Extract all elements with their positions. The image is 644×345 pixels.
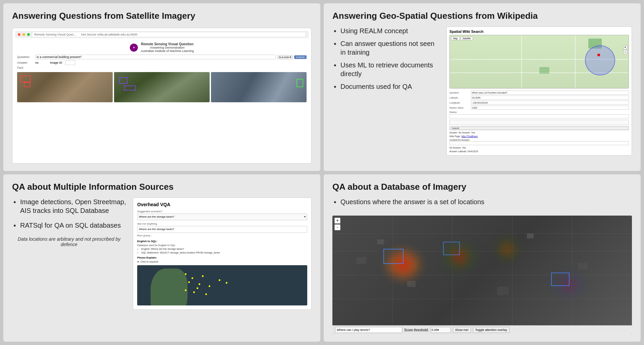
- grid-v2: [452, 216, 452, 334]
- tr-bullet-2: Can answer questions not seen in trainin…: [332, 39, 440, 57]
- bl-bullet-1: Image detections, Open Streetmap, AIS tr…: [12, 197, 126, 215]
- br-map-container: + - Where can I play tennis? Score thres…: [332, 216, 632, 334]
- ovqa-sql-bullets: English: Where are the storage tanks? SQ…: [141, 247, 307, 254]
- tr-bullet-1: Using REALM concept: [332, 26, 440, 35]
- is-a-com-select[interactable]: Is a com ▾: [277, 55, 293, 59]
- br-map-bg: + - Where can I play tennis? Score thres…: [332, 216, 632, 334]
- br-toolbar: Where can I play tennis? Score threshold…: [332, 325, 632, 334]
- sat-image-3: [211, 72, 307, 102]
- browser-bar: Remote Sensing Visual Ques... Not Secure…: [15, 31, 309, 38]
- br-title: QA about a Database of Imagery: [332, 182, 632, 192]
- br-content: QA about a Database of Imagery Questions…: [332, 182, 632, 335]
- bl-title: QA about Multiple Information Sources: [12, 182, 312, 192]
- wiki-ans-lat-row: Answer Latitude: 04/4/2019: [449, 150, 629, 153]
- tr-bullet-4: Documents used for QA: [332, 82, 440, 91]
- wiki-page-link[interactable]: http://TinyBrave: [461, 135, 478, 137]
- wiki-answer-row: Answer: No Answer: Yes: [449, 131, 629, 134]
- top-right-panel: Answering Geo-Spatial Questions from Wik…: [324, 3, 641, 171]
- grid-h3: [332, 275, 632, 275]
- wiki-zoom-out[interactable]: −: [623, 50, 627, 54]
- question-row: Question: Is a commercial building prese…: [17, 55, 307, 59]
- ovqa-ask-input[interactable]: Where are the storage tanks?: [137, 226, 307, 233]
- wiki-mockup: Spatial Wiki Search Map Satellite: [446, 26, 632, 156]
- chevron-down-icon: ▾: [304, 215, 306, 218]
- show-me-button[interactable]: Show me!: [453, 327, 471, 333]
- ovqa-please-explain: Please Explain:: [137, 256, 307, 259]
- browser-inner: A Remote Sensing Visual Question Answeri…: [15, 40, 309, 104]
- ovqa-click-expand[interactable]: ► Click to expand!: [137, 260, 307, 263]
- image-id-input[interactable]: [65, 60, 75, 65]
- ovqa-ask-label: Ask me anything: [137, 222, 307, 225]
- ovqa-scenario-select[interactable]: Where are the storage tanks? ▾: [137, 214, 307, 220]
- question-label: Question:: [17, 55, 34, 59]
- grid-h2: [332, 251, 632, 251]
- wiki-map-tab[interactable]: Map: [451, 37, 460, 40]
- wiki-lat-input[interactable]: 34.9285: [471, 96, 629, 100]
- br-bullet-1: Questions where the answer is a set of l…: [332, 197, 632, 206]
- dot-10: [205, 293, 207, 295]
- toggle-attention-button[interactable]: Toggle attention overlay: [473, 327, 509, 333]
- dot-1: [185, 273, 186, 275]
- heatmap-blob-3: [497, 239, 517, 260]
- bl-note: Data locations are arbitrary and not pre…: [12, 236, 126, 247]
- wiki-question-label: Question:: [449, 92, 470, 94]
- wiki-submit-btn[interactable]: Submit: [449, 126, 629, 130]
- wiki-page-row: Wiki Page: http://TinyBrave: [449, 135, 629, 137]
- court-box-2: [443, 242, 460, 255]
- top-left-panel: Answering Questions from Satellite Image…: [3, 3, 320, 171]
- court-box-3: [551, 273, 570, 286]
- building-5: [527, 233, 534, 238]
- wiki-context-row: Context for Answer:: [449, 139, 629, 141]
- wiki-radius-blank-input[interactable]: [449, 114, 629, 118]
- wiki-radius-input[interactable]: 1000: [471, 106, 629, 110]
- bottom-left-panel: QA about Multiple Information Sources Im…: [3, 174, 320, 342]
- browser-min-dot: [22, 33, 25, 36]
- ovqa-sql-bullet-2: SQL Statement: SELECT storage_tanks.loca…: [141, 251, 307, 254]
- ovqa-run-btn[interactable]: Run Query...: [137, 234, 307, 237]
- wiki-context-input: [449, 141, 629, 145]
- wiki-map: Map Satellite + −: [449, 35, 629, 89]
- answer-value: no: [35, 61, 39, 64]
- question-input[interactable]: Is a commercial building present?: [35, 55, 276, 59]
- wiki-map-tabs: Map Satellite: [451, 37, 473, 40]
- overhead-vqa-mockup: Overhead VQA Suggested scenario? Where a…: [133, 197, 312, 310]
- wiki-lon-input[interactable]: -138.60100100: [471, 101, 629, 105]
- answer-row: Answer: no Image ID: [17, 60, 307, 65]
- browser-mockup: Remote Sensing Visual Ques... Not Secure…: [12, 28, 312, 163]
- browser-url: Remote Sensing Visual Ques... Not Secure…: [32, 32, 306, 37]
- image-id-label: Image ID: [50, 61, 62, 64]
- wiki-zoom-in[interactable]: +: [623, 45, 627, 49]
- building-1: [377, 239, 384, 244]
- wiki-satellite-tab[interactable]: Satellite: [461, 37, 473, 40]
- bl-content: Image detections, Open Streetmap, AIS tr…: [12, 197, 312, 310]
- building-2: [356, 257, 366, 264]
- building-4: [497, 287, 509, 295]
- submit-btn[interactable]: Submit: [294, 55, 307, 59]
- bottom-right-panel: QA about a Database of Imagery Questions…: [324, 174, 641, 342]
- br-query-input[interactable]: Where can I play tennis?: [335, 327, 402, 333]
- building-6: [578, 263, 587, 270]
- dot-6: [209, 285, 210, 287]
- zoom-in-icon[interactable]: +: [334, 218, 340, 224]
- wiki-title: Spatial Wiki Search: [449, 30, 629, 34]
- tr-bullet-3: Uses ML to retrieve documents directly: [332, 61, 440, 78]
- grid-h4: [332, 299, 632, 299]
- tr-content: Using REALM concept Can answer questions…: [332, 26, 632, 156]
- wiki-radius-blank: Radius: [449, 111, 629, 118]
- dot-8: [185, 289, 186, 291]
- satellite-images: [17, 72, 307, 102]
- map-road-v1: [521, 35, 522, 88]
- wiki-radius-label: Radius Value:: [449, 107, 470, 109]
- map-road-v2: [575, 35, 576, 88]
- wiki-lon-label: Longitude:: [449, 102, 470, 104]
- wiki-question-input[interactable]: When was Lot Fourteen founded?: [471, 91, 629, 95]
- grid-v4: [572, 216, 572, 334]
- chevron-down-icon-score: ▾: [437, 328, 439, 332]
- wiki-no-answer-row: No Answer: Yes: [449, 147, 629, 149]
- tr-bullet-list: Using REALM concept Can answer questions…: [332, 26, 440, 91]
- br-score-select[interactable]: 0.05 ▾: [431, 327, 451, 333]
- grid-v3: [512, 216, 513, 334]
- br-bullet-list: Questions where the answer is a set of l…: [332, 197, 632, 210]
- zoom-out-icon[interactable]: -: [334, 224, 340, 230]
- ovqa-title: Overhead VQA: [137, 202, 307, 207]
